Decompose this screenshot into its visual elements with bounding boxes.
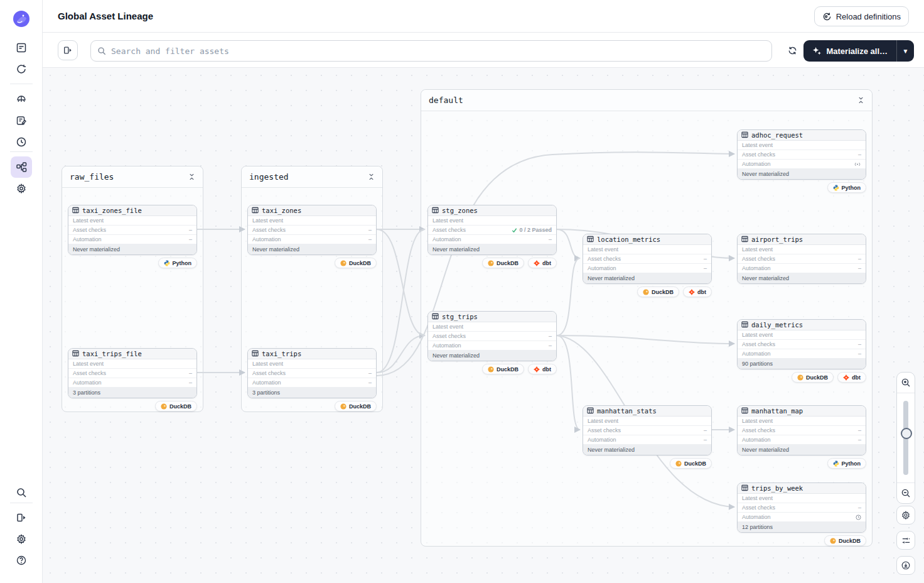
python-badge[interactable]: Python [827, 458, 867, 469]
asset-card-trips-by-week[interactable]: trips_by_week Latest event Asset checks–… [737, 482, 866, 533]
asset-name: taxi_zones [262, 207, 301, 214]
duckdb-badge[interactable]: DuckDB [670, 458, 712, 469]
zoom-control-panel [896, 372, 915, 504]
open-left-panel-button[interactable] [58, 40, 78, 60]
sidebar-item-schedules[interactable] [11, 131, 32, 153]
asset-card-manhattan-map[interactable]: manhattan_map Latest event Asset checks–… [737, 405, 866, 455]
filter-options-button[interactable] [896, 531, 915, 550]
duckdb-badge[interactable]: DuckDB [482, 258, 524, 268]
sidebar-divider [10, 503, 33, 503]
table-icon [741, 407, 748, 415]
dbt-badge[interactable]: dbt [683, 286, 712, 297]
asset-name: manhattan_map [751, 407, 803, 415]
asset-search-bar [90, 40, 772, 62]
sidebar-item-jobs[interactable] [11, 110, 32, 131]
asset-name: trips_by_week [751, 484, 803, 492]
search-input[interactable] [111, 46, 765, 56]
page-title: Global Asset Lineage [58, 11, 153, 21]
table-icon [587, 236, 594, 244]
expand-panel-icon[interactable] [11, 507, 32, 528]
dbt-badge[interactable]: dbt [837, 372, 866, 383]
dbt-badge[interactable]: dbt [528, 258, 557, 268]
asset-card-airport-trips[interactable]: airport_trips Latest event Asset checks–… [737, 234, 866, 284]
checks-passed-value: 0 / 2 Passed [512, 227, 552, 233]
materialization-status: Never materialized [583, 273, 711, 283]
search-icon [97, 46, 106, 55]
asset-name: stg_trips [442, 313, 478, 320]
table-icon [72, 207, 79, 215]
collapse-group-icon[interactable] [368, 173, 375, 180]
page-header: Global Asset Lineage Reload definitions [43, 0, 924, 33]
zoom-out-button[interactable] [896, 483, 915, 503]
materialization-status: Never materialized [248, 244, 376, 254]
materialization-status: Never materialized [738, 169, 866, 179]
materialize-all-split-button: Materialize all… ▼ [803, 40, 914, 62]
sidebar-item-deployment[interactable] [11, 89, 32, 110]
lineage-canvas[interactable]: raw_files ingested default [43, 68, 924, 583]
sidebar-item-asset-lineage[interactable] [11, 156, 32, 178]
table-icon [72, 350, 79, 358]
group-title: default [429, 95, 463, 105]
duckdb-badge[interactable]: DuckDB [335, 258, 377, 268]
table-icon [741, 484, 748, 493]
duckdb-badge[interactable]: DuckDB [792, 372, 834, 383]
user-settings-icon[interactable] [11, 528, 32, 550]
zoom-slider-handle[interactable] [901, 428, 912, 439]
partitions-status: 3 partitions [68, 388, 196, 398]
duckdb-badge[interactable]: DuckDB [482, 364, 524, 374]
asset-name: location_metrics [597, 236, 660, 243]
asset-card-location-metrics[interactable]: location_metrics Latest event Asset chec… [583, 234, 712, 284]
asset-card-stg-zones[interactable]: stg_zones Latest event Asset checks 0 / … [427, 205, 557, 255]
zoom-in-button[interactable] [896, 373, 915, 393]
materialization-status: Never materialized [738, 445, 866, 455]
help-icon[interactable] [11, 550, 32, 571]
sidebar-item-overview[interactable] [11, 37, 32, 58]
duckdb-badge[interactable]: DuckDB [155, 401, 197, 411]
dbt-badge[interactable]: dbt [528, 364, 557, 374]
sidebar-item-settings[interactable] [11, 178, 32, 199]
check-icon [512, 227, 517, 233]
asset-card-taxi-trips[interactable]: taxi_trips Latest event Asset checks– Au… [247, 348, 377, 398]
partitions-status: 12 partitions [738, 522, 866, 532]
collapse-group-icon[interactable] [857, 97, 864, 104]
graph-settings-button[interactable] [896, 506, 915, 525]
schedule-clock-icon [856, 515, 861, 520]
materialization-status: Never materialized [68, 244, 196, 254]
group-title: ingested [249, 172, 289, 182]
materialize-all-button[interactable]: Materialize all… [803, 40, 896, 62]
download-view-button[interactable] [896, 556, 915, 575]
sidebar-divider [10, 84, 33, 84]
materialization-status: Never materialized [428, 244, 556, 254]
asset-card-daily-metrics[interactable]: daily_metrics Latest event Asset checks–… [737, 319, 866, 369]
asset-name: daily_metrics [751, 321, 803, 329]
asset-name: taxi_trips [262, 350, 301, 357]
asset-card-taxi-zones-file[interactable]: taxi_zones_file Latest event Asset check… [68, 205, 197, 255]
table-icon [432, 207, 439, 215]
sidebar-item-runs[interactable] [11, 58, 32, 80]
asset-name: taxi_trips_file [82, 350, 142, 357]
reload-definitions-button[interactable]: Reload definitions [814, 6, 909, 26]
dagster-logo[interactable] [13, 10, 30, 28]
asset-card-stg-trips[interactable]: stg_trips Latest event Asset checks– Aut… [427, 311, 557, 361]
asset-name: taxi_zones_file [82, 207, 142, 214]
sensor-icon [854, 161, 861, 167]
duckdb-badge[interactable]: DuckDB [824, 535, 866, 546]
collapse-group-icon[interactable] [188, 173, 195, 180]
refresh-graph-button[interactable] [782, 40, 802, 60]
materialization-status: Never materialized [738, 273, 866, 283]
python-badge[interactable]: Python [827, 182, 867, 193]
duckdb-badge[interactable]: DuckDB [637, 286, 679, 297]
materialize-options-caret[interactable]: ▼ [896, 40, 914, 62]
asset-card-adhoc-request[interactable]: adhoc_request Latest event Asset checks–… [737, 129, 866, 180]
materialization-status: Never materialized [428, 351, 556, 361]
asset-card-manhattan-stats[interactable]: manhattan_stats Latest event Asset check… [583, 405, 712, 455]
left-sidebar [0, 0, 43, 583]
sparkles-icon [812, 46, 822, 56]
duckdb-badge[interactable]: DuckDB [335, 401, 377, 411]
search-icon-button[interactable] [11, 482, 32, 503]
zoom-slider[interactable] [897, 393, 915, 483]
asset-card-taxi-trips-file[interactable]: taxi_trips_file Latest event Asset check… [68, 348, 197, 398]
table-icon [252, 207, 259, 215]
python-badge[interactable]: Python [158, 258, 198, 268]
asset-card-taxi-zones[interactable]: taxi_zones Latest event Asset checks– Au… [247, 205, 377, 255]
